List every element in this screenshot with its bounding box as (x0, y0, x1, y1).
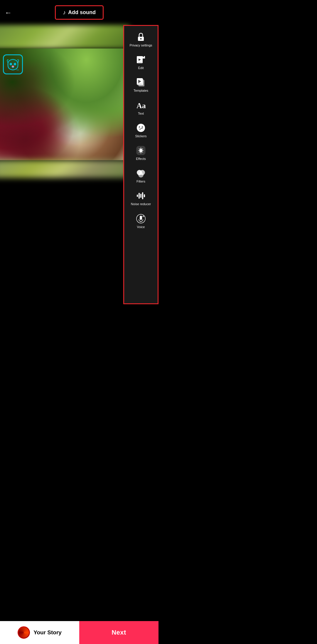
noise-reducer-icon (136, 190, 146, 201)
sidebar-item-filters[interactable]: Filters (124, 164, 158, 187)
lock-icon (136, 32, 146, 42)
svg-rect-28 (142, 192, 143, 199)
text-label: Text (138, 112, 144, 116)
filters-label: Filters (136, 180, 145, 183)
edit-label: Edit (138, 66, 144, 70)
sticker-overlay: TM (2, 54, 23, 75)
header: ← ♪ Add sound (0, 0, 158, 25)
back-button[interactable]: ← (5, 9, 12, 17)
right-sidebar: Privacy settings Edit (123, 25, 158, 304)
text-icon: Aa (136, 100, 146, 111)
svg-point-18 (142, 126, 143, 128)
dog-image: TM (0, 48, 123, 160)
edit-icon (136, 54, 146, 65)
media-area: TM (0, 25, 123, 304)
sidebar-item-text[interactable]: Aa Text (124, 96, 158, 119)
svg-rect-9 (138, 62, 142, 63)
svg-rect-14 (137, 84, 142, 84)
templates-icon (136, 77, 146, 88)
sidebar-item-privacy-settings[interactable]: Privacy settings (124, 28, 158, 51)
voice-icon (136, 213, 146, 224)
noise-reducer-label: Noise reducer (131, 202, 151, 206)
main-content: TM Privacy settings (0, 25, 158, 304)
svg-point-0 (10, 63, 12, 65)
blur-bottom (0, 160, 129, 178)
svg-point-20 (143, 128, 144, 128)
svg-rect-26 (139, 193, 140, 199)
blur-top (0, 25, 129, 48)
sidebar-item-noise-reducer[interactable]: Noise reducer (124, 187, 158, 210)
svg-rect-29 (144, 194, 145, 197)
music-note-icon: ♪ (63, 9, 66, 16)
sidebar-item-edit[interactable]: Edit (124, 51, 158, 73)
sidebar-item-effects[interactable]: Effects (124, 142, 158, 164)
privacy-settings-label: Privacy settings (129, 44, 152, 47)
svg-text:Aa: Aa (136, 101, 146, 110)
svg-rect-25 (137, 195, 138, 197)
add-sound-label: Add sound (68, 9, 96, 16)
svg-rect-31 (140, 216, 142, 220)
sidebar-item-stickers[interactable]: Stickers (124, 119, 158, 142)
svg-point-1 (14, 63, 16, 65)
stickers-icon (136, 123, 146, 133)
sidebar-item-voice[interactable]: Voice (124, 210, 158, 232)
svg-point-16 (137, 124, 145, 132)
effects-label: Effects (136, 157, 146, 161)
svg-point-4 (140, 38, 142, 40)
filters-icon (136, 168, 146, 178)
templates-label: Templates (134, 89, 148, 93)
sidebar-item-templates[interactable]: Templates (124, 73, 158, 96)
svg-rect-7 (144, 56, 145, 58)
puppy-sticker: TM (3, 54, 23, 74)
svg-point-24 (138, 172, 144, 178)
puppy-sticker-icon: TM (5, 56, 21, 72)
svg-point-19 (138, 128, 139, 128)
black-area (0, 178, 123, 304)
voice-label: Voice (137, 225, 145, 229)
add-sound-button[interactable]: ♪ Add sound (55, 5, 104, 20)
svg-rect-27 (140, 194, 141, 198)
svg-text:TM: TM (16, 69, 19, 71)
stickers-label: Stickers (135, 134, 146, 138)
svg-point-17 (139, 126, 140, 128)
effects-icon (136, 145, 146, 156)
